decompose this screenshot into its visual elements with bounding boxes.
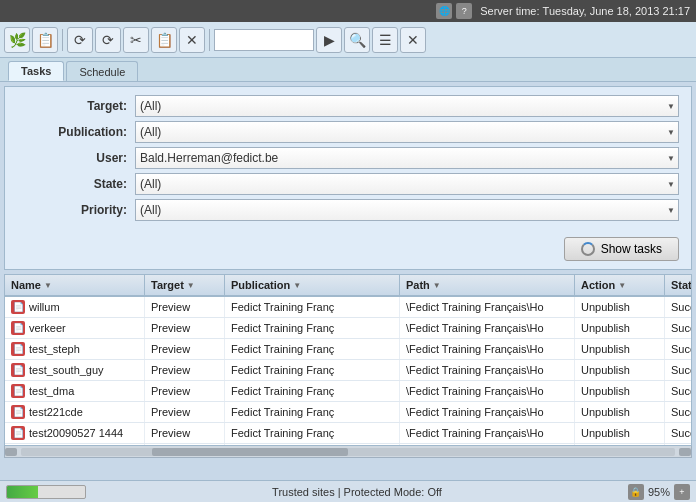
toolbar-btn-7[interactable]: ✕: [179, 27, 205, 53]
table-row[interactable]: willumPreviewFedict Training Franç\Fedic…: [5, 297, 691, 318]
toolbar-search-btn[interactable]: 🔍: [344, 27, 370, 53]
toolbar-btn-6[interactable]: 📋: [151, 27, 177, 53]
status-icon-zoom[interactable]: +: [674, 484, 690, 500]
sort-icon-path: ▼: [433, 281, 441, 290]
cell-name: willum: [5, 297, 145, 317]
row-icon: [11, 300, 25, 314]
toolbar-sep-1: [62, 29, 63, 51]
cell-action: Unpublish: [575, 402, 665, 422]
table-row[interactable]: test221cdePreviewFedict Training Franç\F…: [5, 402, 691, 423]
sort-icon-action: ▼: [618, 281, 626, 290]
cell-path: \Fedict Training Français\Ho: [400, 339, 575, 359]
server-time-label: Server time:: [480, 5, 539, 17]
table-row[interactable]: verkeerPreviewFedict Training Franç\Fedi…: [5, 318, 691, 339]
cell-publication: Fedict Training Franç: [225, 297, 400, 317]
cell-publication: Fedict Training Franç: [225, 402, 400, 422]
toolbar-btn-1[interactable]: 🌿: [4, 27, 30, 53]
toolbar-btn-5[interactable]: ✂: [123, 27, 149, 53]
grid-body: willumPreviewFedict Training Franç\Fedic…: [5, 297, 691, 445]
toolbar-search-input[interactable]: [214, 29, 314, 51]
row-icon: [11, 363, 25, 377]
zoom-level: 95%: [648, 486, 670, 498]
col-header-publication[interactable]: Publication ▼: [225, 275, 400, 295]
table-row[interactable]: test20090527 1444PreviewFedict Training …: [5, 423, 691, 444]
server-datetime: Tuesday, June 18, 2013 21:17: [543, 5, 690, 17]
toolbar-go-btn[interactable]: ▶: [316, 27, 342, 53]
cell-target: Preview: [145, 297, 225, 317]
cell-state: Success: [665, 318, 691, 338]
table-row[interactable]: test krisPreviewFedict Training Franç\Fe…: [5, 444, 691, 445]
row-icon: [11, 321, 25, 335]
cell-action: Unpublish: [575, 423, 665, 443]
cell-name: test kris: [5, 444, 145, 445]
row-icon: [11, 405, 25, 419]
cell-target: Preview: [145, 444, 225, 445]
user-label: User:: [17, 151, 127, 165]
toolbar-menu-btn[interactable]: ☰: [372, 27, 398, 53]
toolbar-btn-2[interactable]: 📋: [32, 27, 58, 53]
top-bar: 🌐 ? Server time: Tuesday, June 18, 2013 …: [0, 0, 696, 22]
cell-name: verkeer: [5, 318, 145, 338]
spinner-icon: [581, 242, 595, 256]
user-select[interactable]: Bald.Herreman@fedict.be: [135, 147, 679, 169]
target-label: Target:: [17, 99, 127, 113]
toolbar-btn-3[interactable]: ⟳: [67, 27, 93, 53]
target-select[interactable]: (All): [135, 95, 679, 117]
scroll-right-btn[interactable]: [679, 448, 691, 456]
cell-state: Success: [665, 423, 691, 443]
row-icon: [11, 342, 25, 356]
cell-path: \Fedict Training Français\Ho: [400, 360, 575, 380]
cell-publication: Fedict Training Franç: [225, 339, 400, 359]
row-icon: [11, 426, 25, 440]
tab-tasks[interactable]: Tasks: [8, 61, 64, 81]
status-icons: 🔒 95% +: [628, 484, 690, 500]
cell-state: Success: [665, 297, 691, 317]
scroll-left-btn[interactable]: [5, 448, 17, 456]
cell-target: Preview: [145, 360, 225, 380]
data-grid: Name ▼ Target ▼ Publication ▼ Path ▼ Act…: [4, 274, 692, 446]
toolbar-close-btn[interactable]: ✕: [400, 27, 426, 53]
grid-header: Name ▼ Target ▼ Publication ▼ Path ▼ Act…: [5, 275, 691, 297]
state-select-wrapper: (All): [135, 173, 679, 195]
cell-publication: Fedict Training Franç: [225, 423, 400, 443]
help-icon[interactable]: ?: [456, 3, 472, 19]
progress-fill: [7, 486, 38, 498]
priority-select[interactable]: (All): [135, 199, 679, 221]
cell-state: Success: [665, 381, 691, 401]
target-select-wrapper: (All): [135, 95, 679, 117]
cell-state: Success: [665, 444, 691, 445]
show-tasks-button[interactable]: Show tasks: [564, 237, 679, 261]
cell-state: Success: [665, 402, 691, 422]
cell-target: Preview: [145, 402, 225, 422]
cell-path: \Fedict Training Français\Ho: [400, 423, 575, 443]
cell-publication: Fedict Training Franç: [225, 444, 400, 445]
col-header-action[interactable]: Action ▼: [575, 275, 665, 295]
table-row[interactable]: test_south_guyPreviewFedict Training Fra…: [5, 360, 691, 381]
cell-name: test221cde: [5, 402, 145, 422]
cell-path: \Fedict Training Français\Ho: [400, 402, 575, 422]
publication-select[interactable]: (All): [135, 121, 679, 143]
priority-select-wrapper: (All): [135, 199, 679, 221]
state-select[interactable]: (All): [135, 173, 679, 195]
scrollbar-track[interactable]: [21, 448, 675, 456]
col-header-target[interactable]: Target ▼: [145, 275, 225, 295]
app-icon: 🌐: [436, 3, 452, 19]
trusted-sites-text: Trusted sites | Protected Mode: Off: [94, 486, 620, 498]
cell-state: Success: [665, 360, 691, 380]
cell-target: Preview: [145, 381, 225, 401]
cell-target: Preview: [145, 339, 225, 359]
col-header-name[interactable]: Name ▼: [5, 275, 145, 295]
col-header-state[interactable]: State ▼: [665, 275, 692, 295]
status-icon-1[interactable]: 🔒: [628, 484, 644, 500]
tab-schedule[interactable]: Schedule: [66, 61, 138, 81]
col-header-path[interactable]: Path ▼: [400, 275, 575, 295]
sort-icon-publication: ▼: [293, 281, 301, 290]
horizontal-scrollbar[interactable]: [4, 446, 692, 458]
table-row[interactable]: test_stephPreviewFedict Training Franç\F…: [5, 339, 691, 360]
cell-target: Preview: [145, 318, 225, 338]
sort-icon-name: ▼: [44, 281, 52, 290]
scrollbar-thumb[interactable]: [152, 448, 348, 456]
toolbar-btn-4[interactable]: ⟳: [95, 27, 121, 53]
toolbar-right-group: ▶ 🔍 ☰ ✕: [316, 27, 426, 53]
table-row[interactable]: test_dmaPreviewFedict Training Franç\Fed…: [5, 381, 691, 402]
